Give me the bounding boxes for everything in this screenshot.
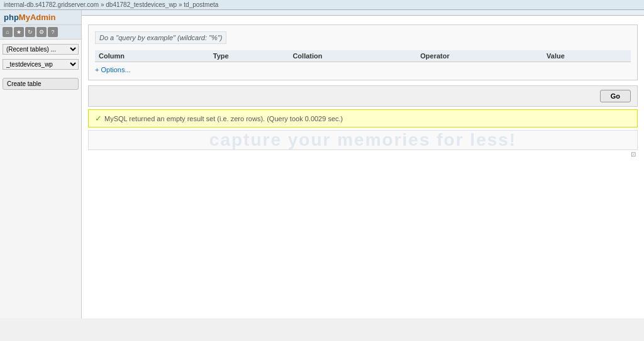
content-area: Do a "query by example" (wildcard: "%") … [82,16,644,318]
col-header-collation: Collation [289,50,416,62]
check-icon: ✓ [95,114,102,123]
scroll-indicator: ⊡ [88,150,638,158]
sidebar: phpMyAdmin ⌂ ★ ↻ ⚙ ? (Recent tables) ...… [0,10,82,318]
search-form-container: Do a "query by example" (wildcard: "%") … [88,24,638,80]
go-button[interactable]: Go [600,90,631,102]
refresh-icon[interactable]: ↻ [25,27,35,37]
home-icon[interactable]: ⌂ [3,27,13,37]
db-select[interactable]: _testdevices_wp [3,59,79,70]
col-header-column: Column [95,50,209,62]
pma-logo: phpMyAdmin [0,10,81,25]
star-icon[interactable]: ★ [14,27,24,37]
url-bar: internal-db.s41782.gridserver.com » db41… [0,0,644,10]
settings-icon[interactable]: ⚙ [36,27,47,37]
help-icon[interactable]: ? [48,27,58,37]
db-select-container: _testdevices_wp [0,59,81,74]
col-header-type: Type [209,50,289,62]
watermark-text: capture your memories for less! [89,131,637,149]
search-table: Column Type Collation Operator Value [95,50,631,62]
query-example-label: Do a "query by example" (wildcard: "%") [95,31,226,44]
url-path: internal-db.s41782.gridserver.com » db41… [4,1,218,8]
recent-tables-container: (Recent tables) ... [0,40,81,59]
result-message: ✓ MySQL returned an empty result set (i.… [88,109,638,127]
toolbar [82,10,644,16]
result-text: MySQL returned an empty result set (i.e.… [104,115,343,122]
col-header-operator: Operator [416,50,543,62]
col-header-value: Value [543,50,631,62]
go-area: Go [88,85,638,107]
watermark-area: capture your memories for less! [88,130,638,150]
create-table-button[interactable]: Create table [3,78,79,90]
recent-tables-select[interactable]: (Recent tables) ... [3,44,79,55]
pma-logo-text: phpMyAdmin [4,13,55,22]
options-link[interactable]: + Options... [95,66,131,73]
